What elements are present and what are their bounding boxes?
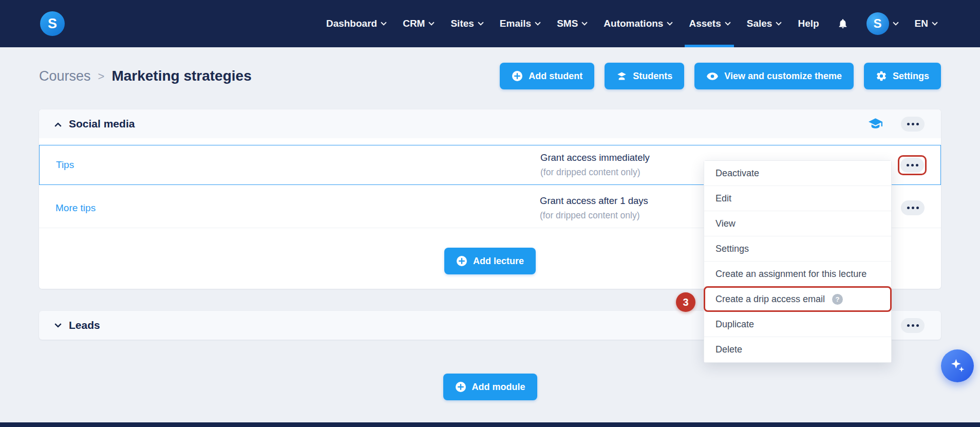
app-logo-letter: S	[48, 16, 57, 32]
module-header: Social media	[39, 109, 941, 138]
chevron-up-icon	[54, 122, 62, 129]
nav-links: Dashboard CRM Sites Emails SMS Automatio…	[326, 0, 937, 47]
chevron-down-icon	[725, 20, 730, 25]
nav-assets[interactable]: Assets	[689, 0, 729, 47]
module-toggle-leads[interactable]: Leads	[55, 319, 100, 331]
chevron-down-icon	[429, 20, 435, 25]
menu-item-settings[interactable]: Settings	[704, 236, 891, 262]
chevron-down-icon	[535, 20, 540, 25]
bottom-bar	[0, 422, 980, 427]
module-header-actions	[869, 117, 925, 132]
lecture-context-menu: 3 Deactivate Edit View Settings Create a…	[704, 160, 892, 363]
nav-label: Help	[798, 18, 819, 29]
plus-circle-icon	[512, 70, 523, 82]
nav-label: Emails	[500, 18, 531, 29]
page-title: Marketing strategies	[111, 68, 251, 84]
view-theme-button[interactable]: View and customize theme	[694, 63, 854, 89]
chevron-down-icon	[54, 321, 62, 328]
nav-sales[interactable]: Sales	[747, 0, 781, 47]
module-title: Social media	[69, 118, 135, 130]
top-navigation: S Dashboard CRM Sites Emails SMS Automat…	[0, 0, 980, 47]
app-logo[interactable]: S	[40, 11, 65, 36]
nav-label: Sales	[747, 18, 772, 29]
annotation-step-badge: 3	[676, 292, 695, 312]
plus-circle-icon	[455, 381, 466, 393]
settings-button[interactable]: Settings	[864, 63, 941, 89]
menu-item-label: Deactivate	[715, 168, 759, 179]
lecture-menu-button-more-tips[interactable]	[901, 200, 925, 215]
module-toggle-social-media[interactable]: Social media	[55, 118, 135, 130]
breadcrumb-courses-link[interactable]: Courses	[39, 68, 91, 84]
add-student-button[interactable]: Add student	[500, 63, 594, 89]
chevron-down-icon	[932, 20, 937, 25]
settings-label: Settings	[893, 71, 929, 82]
sparkles-icon	[949, 358, 966, 374]
lecture-link-tips[interactable]: Tips	[56, 159, 540, 171]
menu-item-deactivate[interactable]: Deactivate	[704, 161, 891, 186]
breadcrumb: Courses > Marketing strategies	[39, 68, 252, 84]
menu-item-label: Settings	[715, 244, 749, 254]
nav-help[interactable]: Help	[798, 0, 819, 47]
ai-assistant-button[interactable]	[941, 349, 974, 382]
chevron-down-icon	[893, 20, 898, 25]
view-theme-label: View and customize theme	[724, 71, 842, 82]
page-header: Courses > Marketing strategies Add stude…	[0, 63, 980, 89]
nav-sms[interactable]: SMS	[557, 0, 587, 47]
students-label: Students	[633, 71, 672, 82]
nav-dashboard[interactable]: Dashboard	[326, 0, 386, 47]
nav-label: Sites	[450, 18, 474, 29]
nav-crm[interactable]: CRM	[403, 0, 434, 47]
nav-label: CRM	[403, 18, 425, 29]
menu-item-create-assignment[interactable]: Create an assignment for this lecture	[704, 262, 891, 287]
lecture-link-more-tips[interactable]: More tips	[55, 202, 540, 214]
help-icon: ?	[832, 294, 843, 305]
gear-icon	[876, 70, 887, 82]
students-button[interactable]: Students	[605, 63, 684, 89]
add-lecture-label: Add lecture	[473, 256, 524, 267]
menu-item-edit[interactable]: Edit	[704, 186, 891, 211]
graduation-cap-icon[interactable]	[869, 118, 882, 130]
menu-item-label: View	[715, 218, 736, 229]
module-menu-button-leads[interactable]	[901, 318, 925, 333]
chevron-down-icon	[667, 20, 673, 25]
nav-sites[interactable]: Sites	[450, 0, 482, 47]
avatar: S	[866, 12, 889, 35]
notifications-bell-button[interactable]	[837, 17, 849, 30]
student-icon	[616, 71, 627, 81]
plus-circle-icon	[456, 255, 467, 267]
add-student-label: Add student	[529, 71, 582, 82]
menu-item-duplicate[interactable]: Duplicate	[704, 312, 891, 337]
add-module-zone: Add module	[0, 374, 980, 400]
chevron-down-icon	[776, 20, 782, 25]
avatar-letter: S	[874, 16, 882, 31]
menu-item-label: Create an assignment for this lecture	[715, 269, 866, 280]
chevron-down-icon	[381, 20, 386, 25]
breadcrumb-separator: >	[98, 70, 105, 83]
menu-item-delete[interactable]: Delete	[704, 337, 891, 362]
nav-label: Automations	[604, 18, 663, 29]
nav-label: Assets	[689, 18, 721, 29]
header-actions: Add student Students View and customize …	[500, 63, 941, 89]
nav-label: Dashboard	[326, 18, 377, 29]
chevron-down-icon	[582, 20, 588, 25]
menu-item-label: Delete	[715, 344, 742, 355]
language-selector[interactable]: EN	[915, 18, 937, 29]
menu-item-view[interactable]: View	[704, 211, 891, 236]
nav-label: SMS	[557, 18, 578, 29]
account-menu[interactable]: S	[866, 12, 898, 35]
menu-item-label: Duplicate	[715, 319, 754, 330]
eye-icon	[706, 72, 719, 81]
add-module-label: Add module	[472, 382, 525, 393]
lecture-menu-button-tips[interactable]	[900, 158, 924, 173]
chevron-down-icon	[478, 20, 483, 25]
nav-automations[interactable]: Automations	[604, 0, 672, 47]
menu-item-label: Create a drip access email	[715, 294, 825, 305]
add-lecture-button[interactable]: Add lecture	[444, 248, 536, 274]
language-label: EN	[915, 18, 928, 29]
menu-item-create-drip-access-email[interactable]: Create a drip access email ?	[704, 287, 891, 312]
module-menu-button[interactable]	[901, 117, 925, 132]
nav-emails[interactable]: Emails	[500, 0, 540, 47]
bell-icon	[837, 17, 849, 30]
menu-item-label: Edit	[715, 193, 731, 204]
add-module-button[interactable]: Add module	[443, 374, 537, 400]
